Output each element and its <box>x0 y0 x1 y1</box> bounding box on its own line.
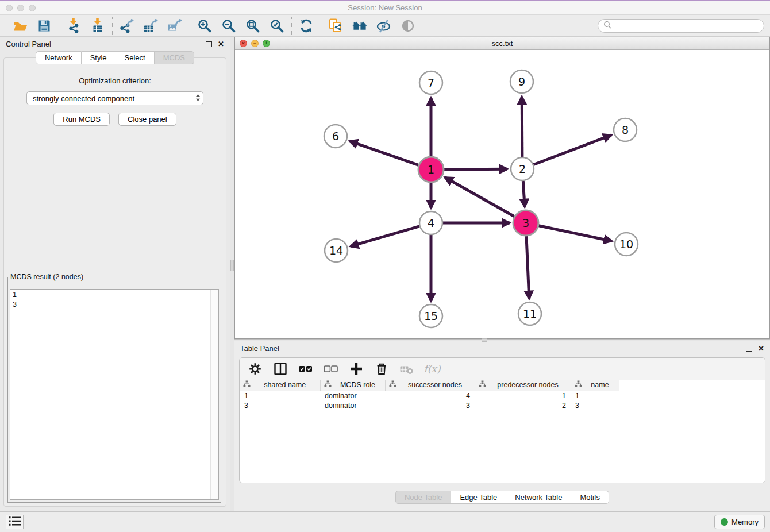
column-header-successor-nodes[interactable]: successor nodes <box>385 380 475 391</box>
divider-grip[interactable] <box>230 260 234 271</box>
import-table-icon[interactable] <box>89 17 106 34</box>
table-cell[interactable]: 2 <box>475 400 571 410</box>
close-window-icon[interactable] <box>6 5 13 11</box>
graph-edge-3-1[interactable] <box>445 178 514 217</box>
table-row[interactable]: 1dominator411 <box>240 391 619 400</box>
graph-edge-2-3[interactable] <box>523 181 525 207</box>
table-cell[interactable]: 4 <box>385 391 475 400</box>
graph-node-10[interactable]: 10 <box>615 233 638 256</box>
network-graph[interactable]: 7968124314101511 <box>235 50 769 338</box>
zoom-out-icon[interactable] <box>220 17 237 34</box>
delete-column-icon[interactable] <box>374 361 389 376</box>
network-titlebar: × − + scc.txt <box>235 37 769 50</box>
divider-grip[interactable] <box>482 338 487 342</box>
table-header-row: shared nameMCDS rolesuccessor nodesprede… <box>240 380 619 391</box>
graph-edge-1-6[interactable] <box>350 141 419 165</box>
home-icon[interactable] <box>351 17 368 34</box>
close-panel-icon[interactable]: ✕ <box>218 40 224 48</box>
table-panel-header: Table Panel ✕ <box>234 341 770 356</box>
delete-table-icon[interactable] <box>399 361 414 376</box>
table-cell[interactable]: 1 <box>571 391 619 400</box>
graph-node-6[interactable]: 6 <box>324 125 347 148</box>
column-header-predecessor-nodes[interactable]: predecessor nodes <box>475 380 571 391</box>
control-panel-tabs: NetworkStyleSelectMCDS <box>0 51 230 64</box>
open-file-icon[interactable] <box>11 17 29 34</box>
tab-mcds[interactable]: MCDS <box>155 51 194 64</box>
horizontal-split-divider[interactable] <box>234 339 770 341</box>
split-view-icon[interactable] <box>273 361 288 376</box>
export-network-icon[interactable] <box>118 17 136 34</box>
vertical-split-divider[interactable] <box>230 37 234 511</box>
settings-icon[interactable] <box>248 361 263 376</box>
table-cell[interactable]: 1 <box>475 391 571 400</box>
show-details-icon[interactable] <box>399 17 417 34</box>
function-builder-icon[interactable]: f(x) <box>425 361 440 376</box>
task-history-button[interactable] <box>6 515 24 529</box>
zoom-fit-icon[interactable] <box>244 17 261 34</box>
optimization-criterion-dropdown[interactable]: strongly connected component <box>26 91 203 105</box>
memory-button[interactable]: Memory <box>714 515 765 529</box>
network-maximize-icon[interactable]: + <box>263 40 270 47</box>
graph-edge-3-10[interactable] <box>539 226 612 241</box>
table-cell[interactable]: 1 <box>240 391 320 400</box>
result-scrollbar[interactable] <box>210 290 218 499</box>
graph-node-15[interactable]: 15 <box>419 304 442 327</box>
network-close-icon[interactable]: × <box>240 40 247 47</box>
table-cell[interactable]: dominator <box>320 391 385 400</box>
graph-node-8[interactable]: 8 <box>614 118 637 141</box>
maximize-window-icon[interactable] <box>29 5 36 11</box>
graph-edge-3-11[interactable] <box>526 236 529 299</box>
close-panel-button[interactable]: Close panel <box>118 113 176 126</box>
network-view[interactable]: 7968124314101511 <box>235 50 769 338</box>
minimize-window-icon[interactable] <box>17 5 24 11</box>
tab-select[interactable]: Select <box>116 51 155 64</box>
graph-node-4[interactable]: 4 <box>419 211 442 234</box>
network-minimize-icon[interactable]: − <box>251 40 259 47</box>
zoom-in-icon[interactable] <box>196 17 213 34</box>
graph-node-11[interactable]: 11 <box>518 302 541 325</box>
close-panel-icon[interactable]: ✕ <box>758 345 764 352</box>
hide-details-icon[interactable] <box>375 17 392 34</box>
column-header-shared-name[interactable]: shared name <box>240 380 320 391</box>
deselect-all-icon[interactable] <box>324 361 338 376</box>
graph-edge-2-8[interactable] <box>534 135 611 164</box>
tab-node-table[interactable]: Node Table <box>395 491 452 504</box>
column-sort-icon <box>479 380 486 390</box>
graph-node-1[interactable]: 1 <box>418 157 444 182</box>
graph-node-2[interactable]: 2 <box>511 157 534 180</box>
duplicate-network-icon[interactable] <box>327 17 344 34</box>
graph-edge-1-2[interactable] <box>444 169 507 169</box>
tab-network-table[interactable]: Network Table <box>506 491 571 504</box>
tab-network[interactable]: Network <box>36 51 82 64</box>
graph-node-14[interactable]: 14 <box>325 239 348 262</box>
graph-node-9[interactable]: 9 <box>510 70 533 93</box>
select-all-icon[interactable] <box>298 361 313 376</box>
run-mcds-button[interactable]: Run MCDS <box>53 113 110 126</box>
refresh-layout-icon[interactable] <box>298 17 315 34</box>
float-panel-icon[interactable] <box>206 41 212 47</box>
table-row[interactable]: 3dominator323 <box>240 400 619 410</box>
node-table: shared nameMCDS rolesuccessor nodesprede… <box>240 380 619 410</box>
import-network-icon[interactable] <box>65 17 82 34</box>
export-table-icon[interactable] <box>143 17 160 34</box>
tab-motifs[interactable]: Motifs <box>571 491 609 504</box>
graph-node-7[interactable]: 7 <box>419 71 442 94</box>
export-image-icon[interactable] <box>167 17 184 34</box>
table-cell[interactable]: 3 <box>571 400 619 410</box>
column-header-name[interactable]: name <box>571 380 619 391</box>
tab-style[interactable]: Style <box>82 51 116 64</box>
save-session-icon[interactable] <box>36 17 53 34</box>
column-header-MCDS-role[interactable]: MCDS role <box>320 380 385 391</box>
graph-edge-2-9[interactable] <box>522 97 522 157</box>
graph-node-3[interactable]: 3 <box>513 210 538 236</box>
tab-edge-table[interactable]: Edge Table <box>451 491 506 504</box>
float-panel-icon[interactable] <box>746 346 752 352</box>
zoom-selected-icon[interactable] <box>268 17 286 34</box>
search-input[interactable] <box>614 21 759 30</box>
table-cell[interactable]: dominator <box>320 400 385 410</box>
toolbar-search[interactable] <box>598 19 764 33</box>
add-column-icon[interactable] <box>349 361 364 376</box>
table-cell[interactable]: 3 <box>240 400 320 410</box>
table-cell[interactable]: 3 <box>385 400 475 410</box>
graph-edge-4-14[interactable] <box>351 226 419 246</box>
